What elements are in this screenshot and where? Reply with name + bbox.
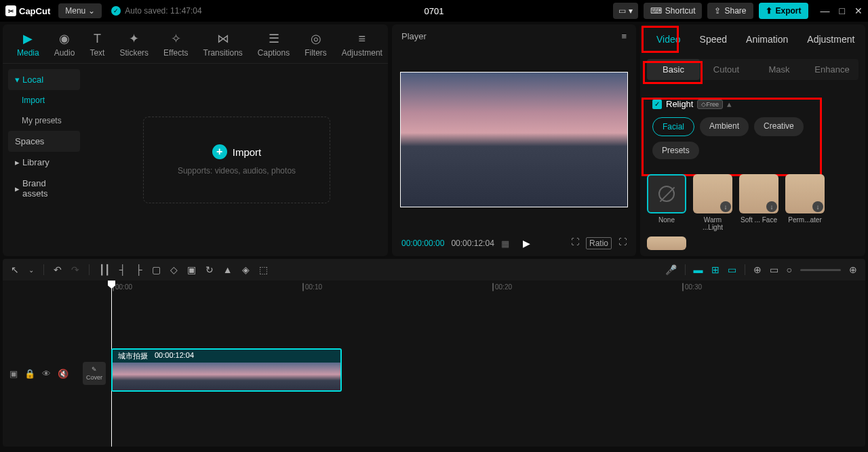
maximize-button[interactable]: □ (840, 5, 845, 16)
clip-thumb (243, 363, 275, 392)
timeline-ruler[interactable]: ┃00:00 ┃00:10 ┃00:20 ┃00:30 (3, 281, 865, 294)
split-icon[interactable]: ┃┃ (99, 264, 110, 275)
minimize-button[interactable]: — (821, 5, 830, 16)
rotate-icon[interactable]: ◈ (242, 264, 250, 275)
preset-thumb: ↓ (785, 174, 825, 213)
eye-icon[interactable]: 👁 (42, 369, 51, 379)
pill-facial[interactable]: Facial (652, 117, 694, 136)
separator (43, 264, 44, 275)
properties-panel: Video Speed Animation Adjustment Basic C… (640, 24, 865, 256)
mirror-icon[interactable]: ▲ (223, 264, 233, 275)
sidebar-item-import[interactable]: Import (8, 90, 80, 110)
relight-checkbox[interactable]: ✓ (652, 100, 662, 109)
menu-icon[interactable]: ≡ (621, 31, 627, 41)
ruler-mark: ┃00:10 (301, 283, 322, 291)
tab-audio[interactable]: ◉Audio (47, 28, 83, 63)
preset-warm-light[interactable]: ↓ Warm ...Light (693, 174, 732, 231)
sidebar-item-library[interactable]: ▸Library (8, 152, 80, 173)
subtab-mask[interactable]: Mask (753, 59, 806, 80)
capcut-logo-icon: ✂ (5, 5, 16, 16)
zoom-slider[interactable] (800, 269, 841, 271)
trim-left-icon[interactable]: ┤ (119, 264, 126, 275)
tab-transitions[interactable]: ⋈Transitions (196, 28, 250, 63)
collapse-icon[interactable]: ▴ (727, 99, 732, 109)
fullscreen-icon[interactable]: ⛶ (618, 237, 627, 249)
compare-icon[interactable]: ▦ (501, 239, 509, 249)
pill-presets[interactable]: Presets (652, 142, 699, 159)
aspect-button[interactable]: ▭ ▾ (613, 3, 637, 19)
sidebar-item-local[interactable]: ▾Local (8, 69, 80, 90)
crop2-icon[interactable]: ⬚ (259, 264, 268, 275)
trim-right-icon[interactable]: ├ (136, 264, 142, 275)
tab-adjustment[interactable]: ≡Adjustment (334, 28, 390, 63)
preset-perm-ater[interactable]: ↓ Perm...ater (785, 174, 825, 231)
tab-video[interactable]: Video (647, 24, 690, 54)
lock-icon[interactable]: 🔒 (24, 369, 35, 379)
effects-icon: ✧ (168, 31, 183, 46)
crop-tool-icon[interactable]: ▢ (152, 264, 161, 275)
media-panel: ▶Media ◉Audio TText ✦Stickers ✧Effects ⋈… (3, 24, 388, 256)
pill-creative[interactable]: Creative (754, 117, 804, 136)
export-button[interactable]: ⬆ Export (759, 3, 808, 19)
none-icon (658, 186, 675, 202)
share-button[interactable]: ⇪ Share (707, 3, 753, 19)
cover-button[interactable]: ✎ Cover (83, 362, 106, 385)
clip-thumb (113, 363, 145, 392)
zoom-in-icon[interactable]: ⊕ (849, 264, 857, 275)
tab-captions[interactable]: ☰Captions (250, 28, 297, 63)
captions-icon: ☰ (267, 31, 281, 46)
import-button[interactable]: + Import (178, 144, 296, 159)
redo-icon[interactable]: ↷ (71, 264, 79, 275)
mute-icon[interactable]: 🔇 (58, 369, 68, 379)
preset-thumb (647, 237, 686, 250)
check-icon: ✓ (111, 6, 121, 16)
magnet-icon[interactable]: ⊞ (711, 264, 719, 275)
tab-animation[interactable]: Animation (736, 24, 797, 54)
shortcut-button[interactable]: ⌨ Shortcut (644, 3, 703, 19)
preset-none[interactable]: None (647, 174, 686, 231)
download-icon: ↓ (766, 201, 777, 212)
tab-speed[interactable]: Speed (690, 24, 736, 54)
crop-icon[interactable]: ⛶ (571, 237, 579, 249)
tab-effects[interactable]: ✧Effects (156, 28, 195, 63)
media-sidebar: ▾Local Import My presets Spaces ▸Library… (3, 64, 85, 256)
tab-media[interactable]: ▶Media (9, 28, 47, 63)
text-icon: T (90, 31, 104, 46)
link-icon[interactable]: ▭ (728, 264, 736, 275)
subtab-enhance[interactable]: Enhance (806, 59, 859, 80)
subtab-cutout[interactable]: Cutout (700, 59, 753, 80)
window-controls: — □ ✕ (821, 5, 863, 16)
timeline-clip[interactable]: 城市拍摄 00:00:12:04 (111, 348, 342, 392)
preview-icon[interactable]: ▭ (770, 264, 778, 275)
pill-ambient[interactable]: Ambient (700, 117, 749, 136)
track-toggle-icon[interactable]: ▣ (9, 369, 18, 379)
close-button[interactable]: ✕ (854, 5, 863, 16)
plus-icon: + (212, 144, 227, 159)
sidebar-item-brand-assets[interactable]: ▸Brand assets (8, 173, 80, 204)
tab-text[interactable]: TText (82, 28, 112, 63)
sidebar-item-my-presets[interactable]: My presets (8, 110, 80, 131)
import-dropzone[interactable]: + Import Supports: videos, audios, photo… (143, 117, 330, 203)
tab-stickers[interactable]: ✦Stickers (112, 28, 156, 63)
reverse-icon[interactable]: ↻ (205, 264, 214, 275)
preset-extra[interactable] (647, 237, 686, 250)
sidebar-item-spaces[interactable]: Spaces (8, 131, 80, 152)
play-button[interactable]: ▶ (523, 238, 530, 249)
tab-filters[interactable]: ◎Filters (297, 28, 334, 63)
pointer-icon[interactable]: ↖ (11, 264, 19, 275)
mic-icon[interactable]: 🎤 (665, 264, 677, 275)
dropdown-icon[interactable]: ⌄ (28, 266, 34, 274)
tab-adjustment-prop[interactable]: Adjustment (797, 24, 864, 54)
ratio-button[interactable]: Ratio (586, 237, 612, 249)
copy-icon[interactable]: ▣ (187, 264, 196, 275)
undo-icon[interactable]: ↶ (54, 264, 62, 275)
caret-right-icon: ▸ (15, 157, 20, 167)
preset-soft-face[interactable]: ↓ Soft ... Face (739, 174, 778, 231)
video-preview[interactable] (400, 72, 628, 207)
snap-icon[interactable]: ▬ (694, 264, 703, 275)
subtab-basic[interactable]: Basic (647, 59, 700, 80)
zoom-out-icon[interactable]: ○ (787, 264, 792, 275)
menu-button[interactable]: Menu ⌄ (58, 3, 102, 18)
align-icon[interactable]: ⊕ (753, 264, 762, 275)
mark-icon[interactable]: ◇ (170, 264, 178, 275)
